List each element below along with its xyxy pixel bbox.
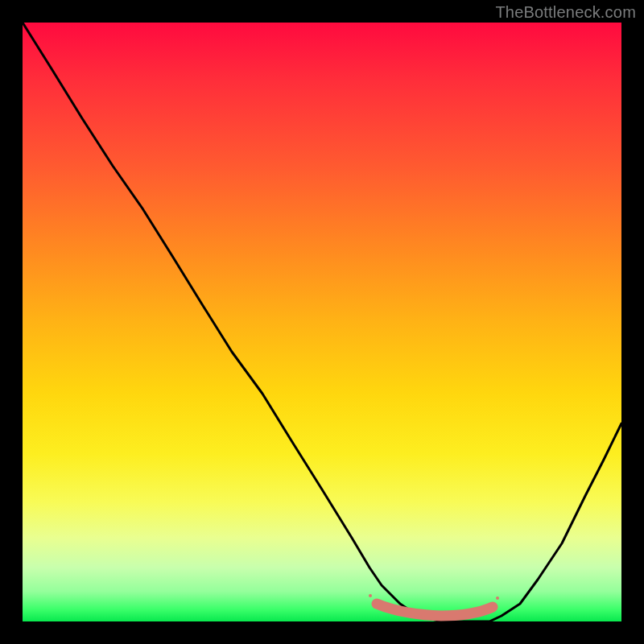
curve-overlay xyxy=(23,23,621,621)
svg-point-0 xyxy=(369,594,372,597)
chart-stage: TheBottleneck.com xyxy=(0,0,644,644)
attribution-label: TheBottleneck.com xyxy=(495,3,636,22)
bottleneck-curve xyxy=(23,23,621,621)
svg-point-1 xyxy=(496,597,499,600)
plot-area xyxy=(23,23,621,621)
optimal-zone-marker xyxy=(369,594,499,616)
